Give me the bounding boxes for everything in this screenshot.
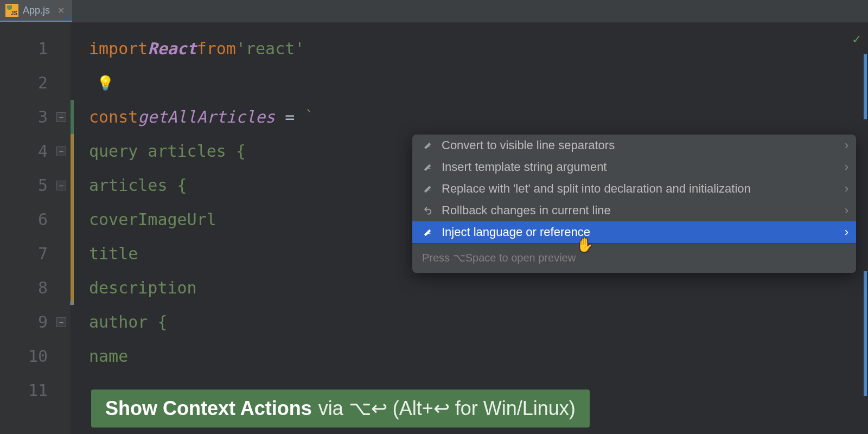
- intention-action-item[interactable]: Convert to visible line separators ›: [412, 135, 856, 156]
- intention-actions-popup: Convert to visible line separators › Ins…: [412, 135, 856, 273]
- scrollbar-marker: [864, 271, 867, 396]
- intention-action-label: Inject language or reference: [442, 225, 590, 239]
- line-number: 10: [0, 339, 71, 373]
- fold-collapse-icon[interactable]: −: [56, 112, 66, 122]
- tab-bar: JS App.js ✕: [0, 0, 868, 23]
- tip-banner-text: via ⌥↩ (Alt+↩ for Win/Linux): [318, 397, 576, 420]
- chevron-right-icon: ›: [845, 225, 848, 239]
- code-line: const getAllArticles = `: [89, 100, 868, 134]
- line-number: 6: [0, 202, 71, 237]
- intention-action-label: Convert to visible line separators: [442, 138, 615, 152]
- pencil-icon: [422, 184, 434, 194]
- intention-action-label: Rollback changes in current line: [442, 203, 611, 218]
- scrollbar-marker: [864, 54, 867, 119]
- pencil-icon: [422, 162, 434, 172]
- js-file-icon: JS: [5, 4, 18, 17]
- intention-action-item-selected[interactable]: Inject language or reference ›: [412, 221, 856, 243]
- editor-tab-appjs[interactable]: JS App.js ✕: [0, 0, 72, 22]
- tab-filename-label: App.js: [23, 5, 50, 16]
- undo-icon: [422, 206, 434, 215]
- chevron-right-icon: ›: [845, 182, 848, 196]
- line-number: 9 −: [0, 305, 71, 339]
- chevron-right-icon: ›: [845, 138, 848, 152]
- analysis-ok-icon: ✓: [852, 33, 861, 47]
- code-line: author {: [89, 305, 868, 339]
- gutter: 1 2 3 − 4 − 5 − 6 7 8 ▸: [0, 23, 71, 434]
- intention-bulb-icon[interactable]: 💡: [97, 75, 114, 91]
- tip-banner: Show Context Actions via ⌥↩ (Alt+↩ for W…: [91, 390, 590, 427]
- close-icon[interactable]: ✕: [58, 5, 65, 16]
- line-number: 1: [0, 31, 71, 66]
- fold-collapse-icon[interactable]: −: [56, 181, 66, 190]
- line-number: 8 ▸: [0, 271, 71, 305]
- intention-action-item[interactable]: Insert template string argument ›: [412, 156, 856, 178]
- fold-collapse-icon[interactable]: −: [56, 317, 66, 327]
- intention-action-item[interactable]: Replace with 'let' and split into declar…: [412, 178, 856, 200]
- pencil-icon: [422, 141, 434, 150]
- cursor-pointer-icon: ✋: [576, 237, 593, 253]
- intention-action-label: Replace with 'let' and split into declar…: [442, 182, 751, 196]
- chevron-right-icon: ›: [845, 203, 848, 218]
- line-number: 7: [0, 237, 71, 271]
- code-line: import React from 'react': [89, 31, 868, 66]
- intention-action-label: Insert template string argument: [442, 160, 607, 174]
- intention-action-item[interactable]: Rollback changes in current line ›: [412, 200, 856, 221]
- line-number: 3 −: [0, 100, 71, 134]
- popup-hint: Press ⌥Space to open preview: [412, 243, 856, 273]
- chevron-right-icon: ›: [845, 160, 848, 174]
- line-number: 2: [0, 66, 71, 100]
- line-number: 5 −: [0, 168, 71, 202]
- code-line: description: [89, 271, 868, 305]
- fold-collapse-icon[interactable]: −: [56, 146, 66, 156]
- code-line: name: [89, 339, 868, 373]
- pencil-icon: [422, 227, 434, 237]
- tip-banner-title: Show Context Actions: [105, 397, 312, 420]
- line-number: 11: [0, 373, 71, 407]
- line-number: 4 −: [0, 134, 71, 168]
- code-line: 💡: [89, 66, 868, 100]
